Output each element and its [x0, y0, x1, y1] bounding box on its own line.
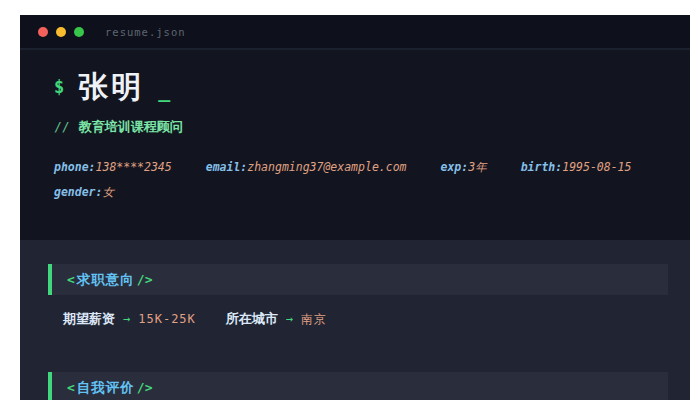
section-header-job-intent: <求职意向/> [48, 264, 668, 295]
terminal-window: resume.json $ 张明 _ //教育培训课程顾问 phone:138*… [20, 15, 690, 400]
close-bracket: /> [137, 272, 153, 287]
terminal-cursor-icon: _ [158, 80, 170, 102]
contact-field-birth: birth:1995-08-15 [521, 160, 632, 175]
contact-field-phone: phone:138****2345 [54, 160, 172, 175]
arrow-icon: → [123, 312, 130, 326]
open-bracket: < [67, 272, 75, 287]
job-intent-row: 期望薪资 → 15K-25K 所在城市 → 南京 [63, 310, 668, 328]
name-row: $ 张明 _ [54, 72, 650, 102]
candidate-name: 张明 [78, 72, 144, 102]
contact-line-1: phone:138****2345 email:zhangming37@exam… [54, 160, 650, 175]
job-title: 教育培训课程顾问 [79, 119, 183, 134]
contact-line-2: gender:女 [54, 185, 650, 200]
minimize-button-icon[interactable] [56, 27, 66, 37]
section-header-self-evaluation: <自我评价/> [48, 372, 668, 400]
section-title: 求职意向 [75, 271, 137, 289]
job-title-comment: //教育培训课程顾问 [54, 118, 650, 136]
window-title: resume.json [105, 26, 186, 38]
expected-salary: 期望薪资 → 15K-25K [63, 310, 196, 328]
close-bracket: /> [137, 380, 153, 395]
contact-info: phone:138****2345 email:zhangming37@exam… [54, 160, 650, 200]
close-button-icon[interactable] [38, 27, 48, 37]
resume-body: <求职意向/> 期望薪资 → 15K-25K 所在城市 → 南京 <自我评价/> [20, 240, 690, 400]
contact-field-gender: gender:女 [54, 185, 114, 200]
title-bar: resume.json [20, 15, 690, 50]
contact-field-email: email:zhangming37@example.com [206, 160, 407, 175]
zoom-button-icon[interactable] [74, 27, 84, 37]
comment-prefix: // [54, 119, 70, 134]
hero-section: $ 张明 _ //教育培训课程顾问 phone:138****2345 emai… [20, 50, 690, 240]
section-title: 自我评价 [75, 379, 137, 397]
contact-field-exp: exp:3年 [441, 160, 487, 175]
shell-prompt-icon: $ [54, 79, 64, 102]
target-city: 所在城市 → 南京 [226, 310, 327, 328]
page: resume.json $ 张明 _ //教育培训课程顾问 phone:138*… [0, 0, 700, 400]
arrow-icon: → [286, 312, 293, 326]
open-bracket: < [67, 380, 75, 395]
